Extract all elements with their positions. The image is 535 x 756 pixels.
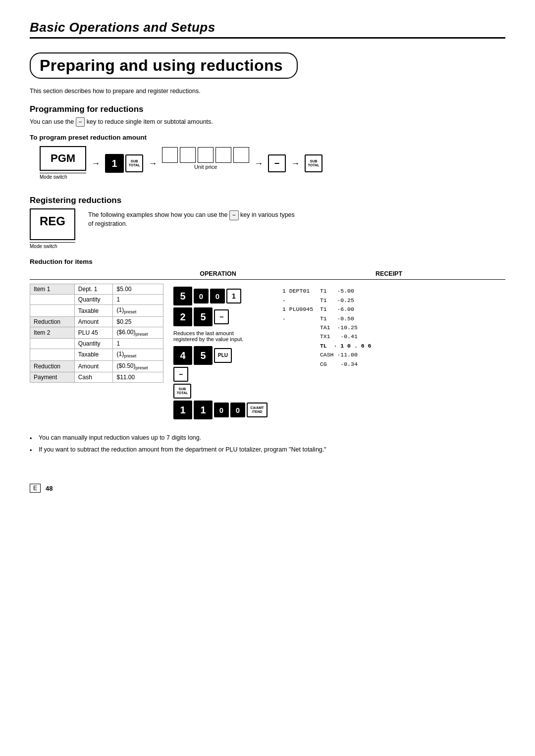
- registering-heading: Registering reductions: [30, 196, 505, 205]
- chapter-divider: [30, 37, 505, 39]
- arrow1: →: [91, 158, 100, 169]
- cell-reduction2-label: Reduction: [30, 360, 75, 372]
- cell-taxable2-val: (1)preset: [113, 349, 163, 360]
- operation-label: OPERATION: [163, 270, 272, 277]
- cell-item1-dept: Dept. 1: [74, 284, 113, 295]
- arrow2: →: [148, 158, 157, 169]
- sub-total-key-2: SUBTOTAL: [305, 154, 322, 172]
- cell-empty1: [30, 295, 75, 305]
- receipt-line-8: CASH ·11.00: [282, 351, 381, 359]
- reg-box: REG: [30, 208, 75, 240]
- cell-item2-price: ($6.00)preset: [113, 327, 163, 338]
- op-rec-divider: [30, 279, 505, 280]
- table-row: Payment Cash $11.00: [30, 372, 163, 382]
- table-row: Taxable (1)preset: [30, 305, 163, 316]
- chapter-title: Basic Operations and Setups: [30, 20, 505, 35]
- cell-item2-plu: PLU 45: [74, 327, 113, 338]
- bullet-section: • You can manually input reduction value…: [30, 434, 505, 454]
- cell-reduction1-amount-val: $0.25: [113, 316, 163, 327]
- receipt-line-7: TL · 1 0 . 6 6: [282, 342, 381, 351]
- reduction-items-heading: Reduction for items: [30, 258, 505, 265]
- op-row-4: −: [173, 367, 188, 382]
- key-0-4: 0: [230, 403, 245, 417]
- cell-reduction1-amount-label: Amount: [74, 316, 113, 327]
- key-1-white: 1: [226, 289, 241, 303]
- key-1: 1: [105, 154, 124, 173]
- receipt-line-2: - T1 ·0.25: [282, 296, 381, 305]
- key-minus-2: −: [173, 367, 188, 382]
- registering-section: Registering reductions REG Mode switch T…: [30, 196, 505, 419]
- receipt-line-9: CG ·0.34: [282, 360, 381, 369]
- key-2-big: 2: [173, 307, 192, 326]
- blank-key-3: [198, 147, 214, 163]
- table-row: Item 2 PLU 45 ($6.00)preset: [30, 327, 163, 338]
- key-5-big-3: 5: [194, 346, 213, 365]
- arrow4: →: [291, 158, 300, 169]
- sub-total-key-1: SUBTOTAL: [125, 154, 143, 172]
- table-row: Quantity 1: [30, 339, 163, 349]
- arrow3: →: [254, 158, 263, 169]
- cell-taxable1-label: Taxable: [74, 305, 113, 316]
- unit-price-label: Unit price: [162, 164, 249, 170]
- table-row: Reduction Amount ($0.50)preset: [30, 360, 163, 372]
- bullet-dot-2: •: [30, 447, 35, 454]
- receipt-line-4: - T1 ·0.50: [282, 314, 381, 323]
- cell-empty4: [30, 349, 75, 360]
- main-content-area: Item 1 Dept. 1 $5.00 Quantity 1 Taxable …: [30, 284, 505, 419]
- table-row: Quantity 1: [30, 295, 163, 305]
- preset-sub4: preset: [136, 365, 148, 370]
- table-row: Reduction Amount $0.25: [30, 316, 163, 327]
- preset-sub2: preset: [136, 332, 148, 337]
- blank-key-2: [180, 147, 196, 163]
- key-0-3: 0: [214, 403, 229, 417]
- pgm-box: PGM: [40, 146, 86, 171]
- key-1-big-2: 1: [194, 401, 213, 419]
- reduction-for-items: Reduction for items OPERATION RECEIPT It…: [30, 258, 505, 419]
- blank-key-4: [215, 147, 231, 163]
- cell-empty3: [30, 339, 75, 349]
- page-footer: E 48: [30, 484, 505, 493]
- reg-description: The following examples show how you can …: [88, 208, 296, 227]
- bullet-item-2: • If you want to subtract the reduction …: [30, 446, 505, 454]
- op-row-3: 4 5 PLU: [173, 346, 232, 365]
- receipt-label: RECEIPT: [272, 270, 505, 277]
- minus-key-reg: −: [229, 210, 239, 220]
- minus-key-inline: −: [76, 117, 85, 127]
- op-note: Reduces the last amountregistered by the…: [173, 330, 243, 342]
- receipt-line-3: 1 PLU0045 T1 ·6.00: [282, 305, 381, 314]
- op-row-6: 1 1 0 0 CA/AMT/TEND: [173, 401, 268, 419]
- page-title: Preparing and using reductions: [40, 56, 283, 74]
- receipt-line-1: 1 DEPT01 T1 ·5.00: [282, 287, 381, 296]
- table-row: Taxable (1)preset: [30, 349, 163, 360]
- cell-payment-amount: $11.00: [113, 372, 163, 382]
- key-0-2: 0: [210, 289, 225, 303]
- cell-empty2: [30, 305, 75, 316]
- op-row-1: 5 0 0 1: [173, 287, 241, 305]
- op-row-5: SUBTOTAL: [173, 384, 191, 399]
- cell-reduction2-amount-val: ($0.50)preset: [113, 360, 163, 372]
- key-1-big: 1: [173, 401, 192, 419]
- cell-taxable1-val: (1)preset: [113, 305, 163, 316]
- cell-payment-method: Cash: [74, 372, 113, 382]
- cell-reduction2-amount-label: Amount: [74, 360, 113, 372]
- unit-price-keys: [162, 147, 249, 163]
- bullet-text-1: You can manually input reduction values …: [39, 434, 201, 441]
- key-minus-1: −: [214, 309, 229, 324]
- key-0-1: 0: [194, 289, 209, 303]
- cell-reduction1-label: Reduction: [30, 316, 75, 327]
- programming-heading: Programming for reductions: [30, 104, 505, 114]
- preset-sub3: preset: [124, 354, 136, 359]
- blank-key-5: [233, 147, 249, 163]
- sub-total-key-op: SUBTOTAL: [173, 384, 191, 399]
- key-5-big: 5: [173, 287, 192, 305]
- page-number: 48: [46, 485, 53, 492]
- page-title-container: Preparing and using reductions: [30, 52, 298, 79]
- cell-taxable2-label: Taxable: [74, 349, 113, 360]
- reg-diagram: REG Mode switch The following examples s…: [30, 208, 505, 251]
- operation-keys-column: 5 0 0 1 2 5 − Reduces the last amountreg…: [173, 284, 272, 419]
- receipt-line-5: TA1 ·10.25: [282, 323, 381, 332]
- reg-mode-switch-label: Mode switch: [30, 242, 75, 249]
- bullet-item-1: • You can manually input reduction value…: [30, 434, 505, 442]
- mode-switch-label: Mode switch: [40, 173, 86, 180]
- op-row-2: 2 5 −: [173, 307, 229, 326]
